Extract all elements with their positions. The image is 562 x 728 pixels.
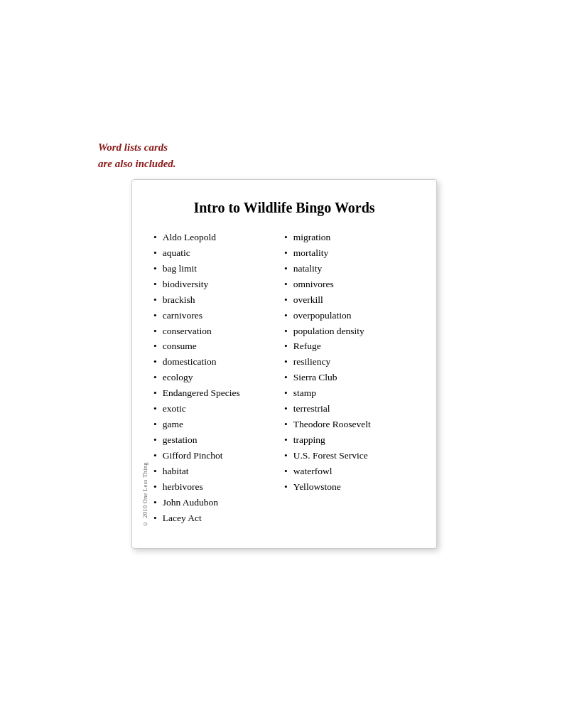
list-item: Gifford Pinchot (153, 449, 284, 464)
list-item: consume (153, 339, 284, 354)
list-item: ecology (153, 370, 284, 385)
list-item: trapping (284, 433, 415, 448)
list-item: natality (284, 262, 415, 277)
list-item: game (153, 417, 284, 432)
word-lists-label: Word lists cards are also included. (98, 139, 176, 171)
list-item: carnivores (153, 309, 284, 323)
list-item: population density (284, 324, 415, 339)
left-column: Aldo Leopoldaquaticbag limitbiodiversity… (153, 230, 284, 527)
list-item: Sierra Club (284, 370, 415, 385)
label-line2: are also included. (98, 158, 176, 169)
columns-wrapper: © 2010 One Less Thing Aldo Leopoldaquati… (153, 230, 415, 527)
list-item: domestication (153, 355, 284, 370)
list-item: Aldo Leopold (153, 230, 284, 245)
list-item: overpopulation (284, 309, 415, 323)
list-item: habitat (153, 464, 284, 479)
list-item: mortality (284, 246, 415, 261)
list-item: brackish (153, 293, 284, 308)
list-item: bag limit (153, 262, 284, 277)
list-item: Endangered Species (153, 386, 284, 401)
list-item: Theodore Roosevelt (284, 417, 415, 432)
list-item: aquatic (153, 246, 284, 261)
list-item: waterfowl (284, 464, 415, 479)
card-title: Intro to Wildlife Bingo Words (153, 200, 415, 216)
list-item: stamp (284, 386, 415, 401)
list-item: Yellowstone (284, 480, 415, 495)
list-item: resiliency (284, 355, 415, 370)
list-item: terrestrial (284, 402, 415, 417)
list-item: Refuge (284, 339, 415, 354)
copyright-text: © 2010 One Less Thing (142, 230, 148, 527)
list-item: U.S. Forest Service (284, 449, 415, 464)
list-item: biodiversity (153, 277, 284, 292)
list-item: overkill (284, 293, 415, 308)
list-item: herbivores (153, 480, 284, 495)
right-column: migrationmortalitynatalityomnivoresoverk… (284, 230, 415, 527)
bingo-words-card: Intro to Wildlife Bingo Words © 2010 One… (131, 179, 437, 549)
list-item: gestation (153, 433, 284, 448)
list-item: migration (284, 230, 415, 245)
list-item: omnivores (284, 277, 415, 292)
list-item: John Audubon (153, 496, 284, 510)
list-item: exotic (153, 402, 284, 417)
label-line1: Word lists cards (98, 141, 168, 153)
list-item: Lacey Act (153, 511, 284, 526)
list-item: conservation (153, 324, 284, 339)
